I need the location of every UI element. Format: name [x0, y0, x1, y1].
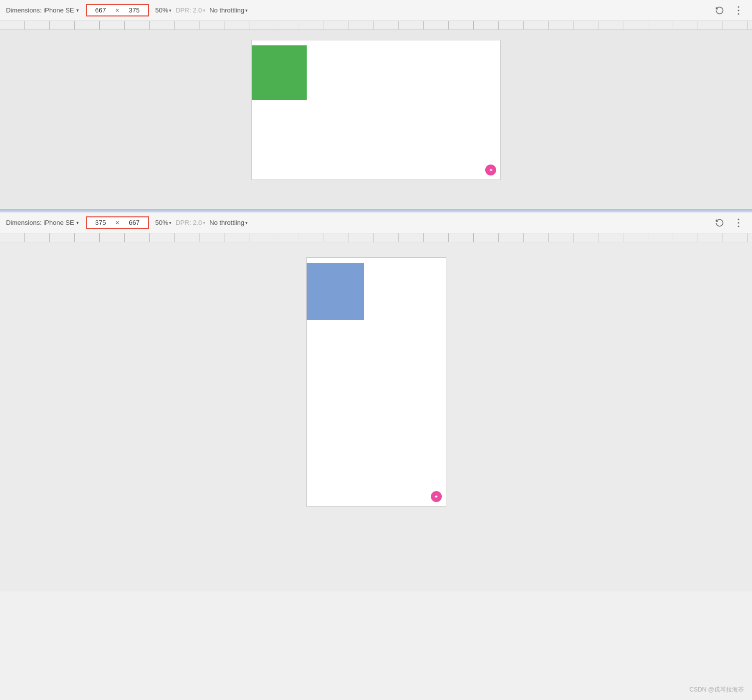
dpr-label-top: DPR: 2.0 [176, 6, 202, 14]
svg-point-4 [738, 222, 740, 223]
green-square [252, 45, 307, 100]
dpr-control-bottom[interactable]: DPR: 2.0 ▾ [176, 219, 205, 226]
throttle-control-bottom[interactable]: No throttling ▾ [209, 219, 248, 226]
blue-square [307, 263, 364, 320]
throttle-dropdown-bottom[interactable]: ▾ [245, 220, 248, 225]
rotate-icon-top[interactable] [712, 3, 727, 18]
ruler-marks-top [0, 21, 752, 29]
dimensions-label-bottom: Dimensions: iPhone SE ▾ [6, 219, 79, 226]
bottom-toolbar: Dimensions: iPhone SE ▾ × 50% ▾ DPR: 2.0… [0, 212, 752, 233]
ruler-top [0, 21, 752, 30]
dimensions-text-top: Dimensions: iPhone SE [6, 6, 74, 14]
height-input-bottom[interactable] [120, 217, 148, 228]
dim-separator-bottom: × [115, 219, 121, 226]
top-toolbar: Dimensions: iPhone SE ▾ × 50% ▾ DPR: 2.0… [0, 0, 752, 21]
svg-point-2 [738, 13, 740, 14]
throttle-label-top: No throttling [209, 6, 244, 14]
dpr-label-bottom: DPR: 2.0 [176, 219, 202, 226]
dimensions-text-bottom: Dimensions: iPhone SE [6, 219, 74, 226]
dimension-input-group-top: × [86, 4, 150, 16]
viewport-landscape: ✦ [0, 30, 752, 209]
svg-point-1 [738, 9, 740, 11]
dpr-dropdown-top[interactable]: ▾ [203, 8, 205, 13]
ruler-marks-bottom [0, 233, 752, 242]
more-options-icon-top[interactable] [731, 3, 746, 18]
svg-point-5 [738, 225, 740, 227]
viewport-portrait: ✦ [0, 242, 752, 591]
dimensions-label-top: Dimensions: iPhone SE ▾ [6, 6, 79, 14]
zoom-dropdown-bottom[interactable]: ▾ [169, 220, 172, 225]
height-input-top[interactable] [120, 5, 148, 15]
ruler-bottom [0, 233, 752, 242]
throttle-dropdown-top[interactable]: ▾ [245, 8, 248, 13]
svg-point-0 [738, 6, 740, 7]
dpr-control-top[interactable]: DPR: 2.0 ▾ [176, 6, 205, 14]
more-options-icon-bottom[interactable] [731, 215, 746, 230]
svg-point-3 [738, 218, 740, 220]
zoom-dropdown-top[interactable]: ▾ [169, 8, 172, 13]
device-frame-landscape: ✦ [251, 40, 501, 180]
dimensions-dropdown-top[interactable]: ▾ [76, 7, 79, 13]
throttle-control-top[interactable]: No throttling ▾ [209, 6, 248, 14]
zoom-control-top[interactable]: 50% ▾ [155, 6, 172, 14]
zoom-label-bottom: 50% [155, 219, 168, 226]
width-input-bottom[interactable] [87, 217, 115, 228]
dpr-dropdown-bottom[interactable]: ▾ [203, 220, 205, 225]
watermark-icon-bottom: ✦ [431, 491, 442, 502]
rotate-icon-bottom[interactable] [712, 215, 727, 230]
dimension-input-group-bottom: × [86, 216, 150, 229]
dim-separator-top: × [115, 6, 121, 14]
throttle-label-bottom: No throttling [209, 219, 244, 226]
zoom-label-top: 50% [155, 6, 168, 14]
watermark-icon-top: ✦ [485, 165, 496, 175]
width-input-top[interactable] [87, 5, 115, 15]
dimensions-dropdown-bottom[interactable]: ▾ [76, 220, 79, 225]
zoom-control-bottom[interactable]: 50% ▾ [155, 219, 172, 226]
device-frame-portrait: ✦ [306, 257, 446, 507]
